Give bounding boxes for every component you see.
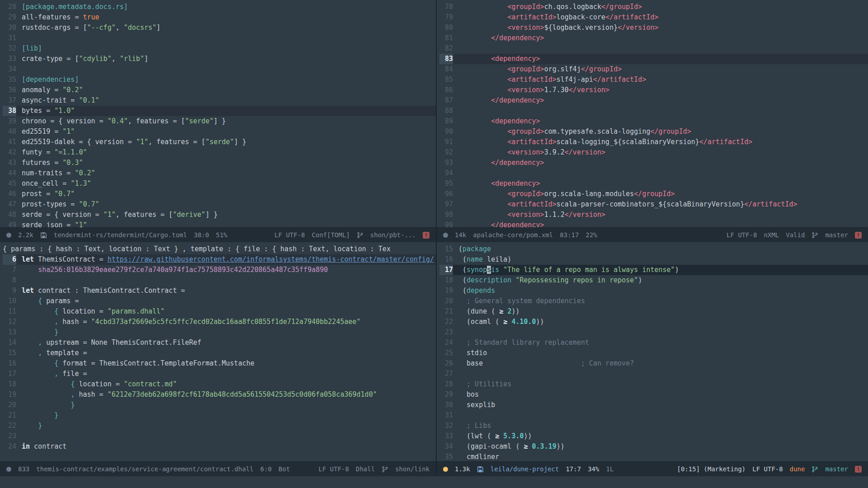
code-line[interactable]: 86 <version>1.7.30</version>	[439, 85, 868, 95]
code-line[interactable]: 34	[3, 64, 436, 75]
code-line[interactable]: 15(package	[439, 244, 868, 254]
code-line[interactable]: 7 sha256:016b3829eaee279f2ce7a740a974f1a…	[3, 265, 436, 275]
code-line[interactable]: 95 <dependency>	[439, 178, 868, 189]
modeline-text[interactable]: Dhall	[356, 465, 375, 473]
code-area[interactable]: 15(package16 (name leila)17 (synopsis "T…	[437, 242, 868, 461]
code-line[interactable]: 23	[3, 431, 436, 441]
git-branch-icon[interactable]	[357, 232, 363, 239]
code-line[interactable]: 89 <dependency>	[439, 116, 868, 127]
modeline-text[interactable]: 22%	[585, 231, 597, 239]
modeline-text[interactable]: LF UTF-8	[319, 465, 349, 473]
code-area[interactable]: 78 <groupId>ch.qos.logback</groupId>79 <…	[437, 0, 868, 227]
code-line[interactable]: 96 <groupId>org.scala-lang.modules</grou…	[439, 189, 868, 199]
modeline-text[interactable]: leila/dune-project	[491, 465, 559, 473]
modeline-text[interactable]: 38:0	[194, 231, 209, 239]
code-line[interactable]: 17 , file =	[3, 369, 436, 379]
code-line[interactable]: 80 <version>${logback.version}</version>	[439, 23, 868, 33]
code-line[interactable]: 87 </dependency>	[439, 95, 868, 106]
alert-icon[interactable]	[855, 232, 862, 239]
code-line[interactable]: 49serde_json = "1"	[3, 220, 436, 227]
code-line[interactable]: 22 (ocaml ( ≥ 4.10.0))	[439, 317, 868, 327]
modeline-text[interactable]: Valid	[786, 231, 805, 239]
code-line[interactable]: 78 <groupId>ch.qos.logback</groupId>	[439, 2, 868, 12]
code-line[interactable]: 37async-trait = "0.1"	[3, 95, 436, 106]
code-line[interactable]: 11 { location = "params.dhall"	[3, 306, 436, 317]
code-area[interactable]: { params : { hash : Text, location : Tex…	[0, 242, 436, 461]
code-line[interactable]: 35 cmdliner	[439, 452, 868, 461]
code-line[interactable]: 85 <artifactId>slf4j-api</artifactId>	[439, 75, 868, 85]
modeline-text[interactable]: master	[825, 231, 848, 239]
code-line[interactable]: 31	[439, 410, 868, 421]
code-line[interactable]: 92 <version>3.9.2</version>	[439, 147, 868, 158]
modeline-text[interactable]: 34%	[588, 465, 599, 473]
code-line[interactable]: 8	[3, 275, 436, 286]
modeline[interactable]: 14kapalache-core/pom.xml83:1722% LF UTF-…	[437, 227, 868, 242]
git-branch-icon[interactable]	[811, 232, 818, 239]
code-line[interactable]: 23	[439, 327, 868, 338]
minibuffer[interactable]	[0, 476, 868, 488]
modeline[interactable]: 833themis-contract/examples/service-agre…	[0, 461, 436, 476]
code-line[interactable]: 18 (description "Repossessing repos in r…	[439, 275, 868, 286]
code-line[interactable]: 82	[439, 43, 868, 54]
code-line[interactable]: 81 </dependency>	[439, 33, 868, 43]
alert-icon[interactable]	[855, 466, 862, 473]
modeline-text[interactable]: shon/pbt-...	[370, 231, 416, 239]
modeline-text[interactable]: [0:15] (Marketing)	[677, 465, 746, 473]
git-branch-icon[interactable]	[811, 466, 818, 473]
code-line[interactable]: 91 <artifactId>scala-logging_${scalaBina…	[439, 137, 868, 147]
code-line[interactable]: 36anomaly = "0.2"	[3, 85, 436, 95]
code-line[interactable]: 28[package.metadata.docs.rs]	[3, 2, 436, 12]
modeline-text[interactable]: Bot	[278, 465, 290, 473]
code-line[interactable]: 16 (name leila)	[439, 254, 868, 265]
code-line[interactable]: 9let contract : ThemisContract.Contract …	[3, 286, 436, 296]
modeline-text[interactable]: nXML	[764, 231, 779, 239]
modeline-text[interactable]: 1.3k	[455, 465, 470, 473]
code-line[interactable]: 14 , upstream = None ThemisContract.File…	[3, 338, 436, 348]
code-line[interactable]: 43futures = "0.3"	[3, 158, 436, 168]
code-line[interactable]: 21 (dune ( ≥ 2))	[439, 306, 868, 317]
code-line[interactable]: 45once_cell = "1.3"	[3, 178, 436, 189]
code-line[interactable]: 93 </dependency>	[439, 158, 868, 168]
code-line[interactable]: 88	[439, 106, 868, 116]
code-line[interactable]: 83 <dependency>	[439, 54, 868, 64]
code-line[interactable]: 15 , template =	[3, 348, 436, 358]
modeline-text[interactable]: dune	[790, 465, 805, 473]
modeline-text[interactable]: apalache-core/pom.xml	[473, 231, 553, 239]
modeline[interactable]: 1.3kleila/dune-project17:734%1L [0:15] (…	[437, 461, 868, 476]
code-line[interactable]: 28 ; Utilities	[439, 379, 868, 389]
code-line[interactable]: 47prost-types = "0.7"	[3, 199, 436, 210]
code-line[interactable]: 32 ; Libs	[439, 421, 868, 431]
code-line[interactable]: 19 (depends	[439, 286, 868, 296]
code-line[interactable]: 30rustdoc-args = ["--cfg", "docsrs"]	[3, 23, 436, 33]
code-line[interactable]: 29all-features = true	[3, 12, 436, 23]
code-line[interactable]: 33 (lwt ( ≥ 5.3.0))	[439, 431, 868, 441]
code-line[interactable]: 41ed25519-dalek = { version = "1", featu…	[3, 137, 436, 147]
modeline-text[interactable]: LF UTF-8	[726, 231, 757, 239]
code-line[interactable]: 38bytes = "1.0"	[3, 106, 436, 116]
modeline-text[interactable]: 2.2k	[18, 231, 33, 239]
code-line[interactable]: 32[lib]	[3, 43, 436, 54]
code-line[interactable]: 16 { format = ThemisContract.TemplateFor…	[3, 358, 436, 369]
code-line[interactable]: 48serde = { version = "1", features = ["…	[3, 210, 436, 220]
code-line[interactable]: 18 { location = "contract.md"	[3, 379, 436, 389]
code-line[interactable]: 29 bos	[439, 389, 868, 400]
code-line[interactable]: 20 }	[3, 400, 436, 410]
modeline-text[interactable]: tendermint-rs/tendermint/Cargo.toml	[54, 231, 187, 239]
code-line[interactable]: 79 <artifactId>logback-core</artifactId>	[439, 12, 868, 23]
code-line[interactable]: 12 , hash = "4cbd373af2669e5c5fc5ffc7ecd…	[3, 317, 436, 327]
modeline-text[interactable]: 14k	[455, 231, 466, 239]
code-line[interactable]: 39chrono = { version = "0.4", features =…	[3, 116, 436, 127]
code-line[interactable]: 20 ; General system dependencies	[439, 296, 868, 306]
git-branch-icon[interactable]	[382, 466, 388, 473]
code-line[interactable]: 44num-traits = "0.2"	[3, 168, 436, 178]
code-line[interactable]: 24 ; Standard library replacement	[439, 338, 868, 348]
code-line[interactable]: 26 base ; Can remove?	[439, 358, 868, 369]
code-line[interactable]: 40ed25519 = "1"	[3, 127, 436, 137]
code-line[interactable]: 97 <artifactId>scala-parser-combinators_…	[439, 199, 868, 210]
code-line[interactable]: 6let ThemisContract = https://raw.github…	[3, 254, 436, 265]
modeline-text[interactable]: 51%	[216, 231, 227, 239]
code-line[interactable]: 10 { params =	[3, 296, 436, 306]
code-line[interactable]: 31	[3, 33, 436, 43]
modeline-text[interactable]: 1L	[606, 465, 613, 473]
code-line[interactable]: 46prost = "0.7"	[3, 189, 436, 199]
